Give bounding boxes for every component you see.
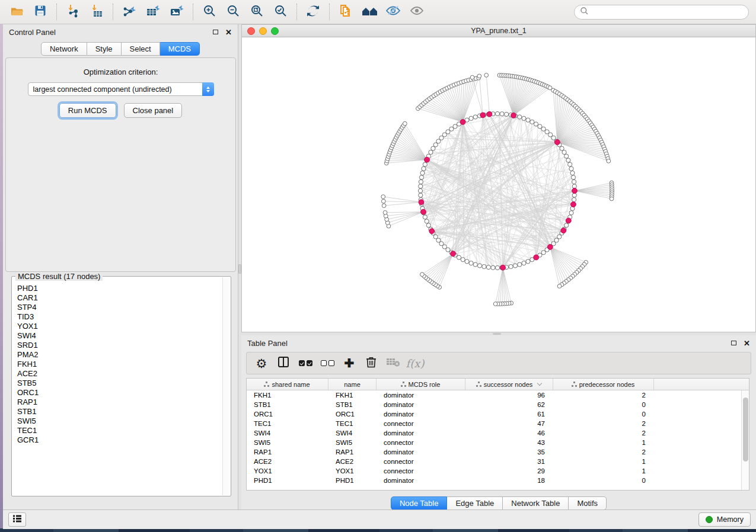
run-mcds-button[interactable]: Run MCDS <box>59 103 116 118</box>
save-session-button[interactable] <box>30 2 51 21</box>
zoom-in-button[interactable] <box>199 2 220 21</box>
table-cell: 31 <box>465 458 553 465</box>
tab-network[interactable]: Network <box>41 42 87 56</box>
mcds-result-item[interactable]: CAR1 <box>17 293 222 303</box>
delete-column-button[interactable] <box>361 354 381 372</box>
table-cell: YOX1 <box>247 467 328 475</box>
shared-column-icon <box>403 382 404 383</box>
mcds-result-item[interactable]: RAP1 <box>17 398 222 407</box>
table-cell: FKH1 <box>328 392 377 399</box>
mcds-result-item[interactable]: SWI5 <box>17 416 222 426</box>
delete-table-button[interactable] <box>383 354 403 372</box>
table-row[interactable]: SWI4SWI4dominator462 <box>247 428 749 438</box>
mcds-result-item[interactable]: GCR1 <box>17 435 222 445</box>
network-canvas[interactable] <box>242 37 755 332</box>
show-all-button[interactable] <box>406 2 428 21</box>
search-icon <box>580 7 589 18</box>
table-row[interactable]: STB1STB1dominator620 <box>247 400 749 409</box>
clone-network-button[interactable] <box>335 2 356 21</box>
table-row[interactable]: PHD1PHD1dominator180 <box>247 476 749 485</box>
memory-button[interactable]: Memory <box>698 512 751 527</box>
export-image-button[interactable] <box>166 2 187 21</box>
close-panel-button[interactable]: Close panel <box>124 103 183 118</box>
control-panel-tabs: Network Style Select MCDS <box>3 42 238 56</box>
tab-motifs[interactable]: Motifs <box>569 496 607 510</box>
column-header[interactable]: name <box>328 379 377 390</box>
hide-selected-button[interactable] <box>382 2 404 21</box>
table-cell: SWI4 <box>247 430 328 437</box>
mcds-list-scrollbar[interactable] <box>222 277 230 495</box>
import-table-button[interactable] <box>86 2 107 21</box>
select-all-button[interactable] <box>295 354 315 372</box>
float-panel-icon[interactable] <box>731 341 736 345</box>
table-scrollbar[interactable] <box>741 390 749 490</box>
mcds-result-item[interactable]: SRD1 <box>17 341 222 350</box>
function-builder-button[interactable]: f(x) <box>405 354 425 372</box>
mcds-result-item[interactable]: ACE2 <box>17 369 222 379</box>
optimization-criterion-label: Optimization criterion: <box>6 68 235 76</box>
scrollbar-thumb[interactable] <box>743 398 748 462</box>
search-input[interactable] <box>589 7 743 17</box>
network-titlebar[interactable]: YPA_prune.txt_1 <box>242 25 755 37</box>
zoom-out-button[interactable] <box>222 2 244 21</box>
apply-layout-button[interactable] <box>302 2 324 21</box>
table-cell: ACE2 <box>328 458 377 465</box>
mcds-result-item[interactable]: PMA2 <box>17 350 222 360</box>
mcds-result-item[interactable]: FKH1 <box>17 360 222 369</box>
add-column-button[interactable]: ✚ <box>339 354 359 372</box>
table-row[interactable]: YOX1YOX1connector291 <box>247 466 749 476</box>
table-row[interactable]: RAP1RAP1dominator352 <box>247 447 749 457</box>
criterion-dropdown-value: largest connected component (undirected) <box>28 85 202 94</box>
table-toolbar: ⚙ ✚ f(x) <box>246 352 751 374</box>
column-header[interactable]: MCDS role <box>377 379 465 390</box>
control-panel: Control Panel ✕ Network Style Select MCD… <box>3 24 238 509</box>
mcds-result-item[interactable]: STP4 <box>17 303 222 312</box>
zoom-fit-button[interactable] <box>246 2 267 21</box>
search-field[interactable] <box>574 5 749 20</box>
mcds-result-item[interactable]: SWI4 <box>17 331 222 341</box>
show-columns-button[interactable] <box>273 354 294 372</box>
column-header[interactable]: successor nodes <box>465 379 553 390</box>
node-table: shared namenameMCDS rolesuccessor nodesp… <box>246 378 749 491</box>
open-file-button[interactable] <box>6 2 27 21</box>
export-network-button[interactable] <box>119 2 140 21</box>
table-row[interactable]: FKH1FKH1dominator962 <box>247 390 749 400</box>
export-table-button[interactable] <box>142 2 164 21</box>
deselect-all-button[interactable] <box>317 354 337 372</box>
import-network-button[interactable] <box>62 2 84 21</box>
mcds-result-list[interactable]: PHD1CAR1STP4TID3YOX1SWI4SRD1PMA2FKH1ACE2… <box>12 279 222 495</box>
splitter-grabber[interactable] <box>493 333 501 335</box>
column-header[interactable]: shared name <box>247 379 328 390</box>
table-row[interactable]: ACE2ACE2connector311 <box>247 457 749 466</box>
table-row[interactable]: SWI5SWI5connector431 <box>247 438 749 447</box>
mcds-result-item[interactable]: TEC1 <box>17 426 222 435</box>
criterion-dropdown[interactable]: largest connected component (undirected) <box>28 82 214 96</box>
table-cell: SWI4 <box>328 430 377 437</box>
column-header[interactable]: predecessor nodes <box>553 379 654 390</box>
mcds-result-item[interactable]: PHD1 <box>17 284 222 293</box>
tab-style[interactable]: Style <box>87 42 122 56</box>
table-settings-button[interactable]: ⚙ <box>251 354 272 372</box>
mcds-result-item[interactable]: TID3 <box>17 312 222 322</box>
tab-select[interactable]: Select <box>122 42 160 56</box>
float-panel-icon[interactable] <box>213 30 218 34</box>
table-cell: connector <box>377 439 465 446</box>
tab-mcds[interactable]: MCDS <box>160 42 200 56</box>
first-neighbors-button[interactable] <box>359 2 380 21</box>
table-cell: 62 <box>465 401 553 408</box>
show-task-history-button[interactable] <box>8 512 26 527</box>
tab-edge-table[interactable]: Edge Table <box>447 496 503 510</box>
close-panel-icon[interactable]: ✕ <box>225 28 232 36</box>
close-panel-icon[interactable]: ✕ <box>744 339 750 347</box>
table-row[interactable]: ORC1ORC1dominator610 <box>247 409 749 419</box>
mcds-result-item[interactable]: STB1 <box>17 407 222 416</box>
tab-node-table[interactable]: Node Table <box>391 496 448 510</box>
zoom-selected-button[interactable] <box>270 2 291 21</box>
table-cell: 1 <box>553 467 654 475</box>
mcds-result-item[interactable]: STB5 <box>17 379 222 388</box>
tab-network-table[interactable]: Network Table <box>503 496 569 510</box>
mcds-result-item[interactable]: ORC1 <box>17 388 222 398</box>
mcds-result-item[interactable]: YOX1 <box>17 322 222 331</box>
table-row[interactable]: TEC1TEC1connector472 <box>247 419 749 428</box>
table-cell: YOX1 <box>328 467 377 475</box>
